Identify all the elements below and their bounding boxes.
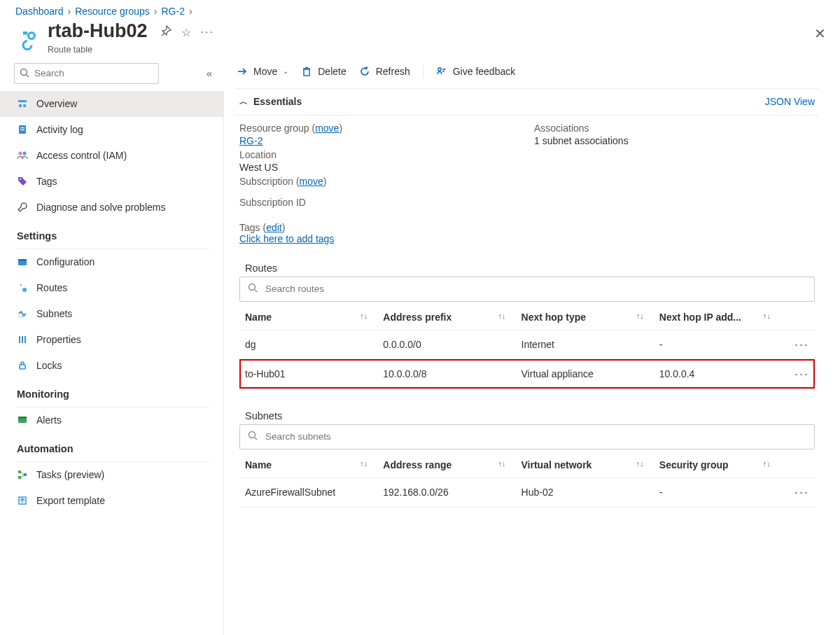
row-more-icon[interactable]: ··· bbox=[780, 359, 815, 389]
refresh-icon bbox=[359, 66, 370, 77]
svg-point-6 bbox=[23, 104, 26, 107]
svg-line-38 bbox=[255, 438, 257, 440]
sidebar-item-label: Properties bbox=[36, 334, 81, 345]
svg-rect-24 bbox=[18, 476, 21, 479]
props-icon bbox=[17, 334, 28, 345]
refresh-button[interactable]: Refresh bbox=[359, 66, 410, 77]
sidebar-item-properties[interactable]: Properties bbox=[0, 327, 223, 353]
svg-point-12 bbox=[20, 179, 21, 180]
sort-icon[interactable]: ↑↓ bbox=[498, 312, 506, 320]
subnets-section-title: Subnets bbox=[235, 410, 819, 421]
sidebar-item-label: Tags bbox=[36, 176, 57, 187]
svg-text:<·>: <·> bbox=[18, 314, 23, 319]
column-header[interactable]: Security group↑↓ bbox=[654, 452, 780, 478]
page-title: rtab-Hub02 bbox=[48, 21, 148, 42]
chevron-down-icon: ⌄ bbox=[283, 67, 288, 75]
resource-group-label: Resource group ( bbox=[239, 123, 315, 134]
resource-group-move-link[interactable]: move bbox=[315, 123, 339, 134]
sidebar-item-activity-log[interactable]: Activity log bbox=[0, 117, 223, 143]
breadcrumb-link[interactable]: Resource groups bbox=[75, 6, 150, 17]
feedback-icon bbox=[436, 66, 447, 77]
svg-rect-20 bbox=[20, 365, 25, 369]
sidebar-item-label: Tasks (preview) bbox=[36, 469, 104, 480]
table-row[interactable]: dg0.0.0.0/0Internet- ··· bbox=[239, 330, 815, 359]
sidebar-item-label: Activity log bbox=[36, 124, 83, 135]
sidebar-item-configuration[interactable]: Configuration bbox=[0, 249, 223, 275]
feedback-button[interactable]: Give feedback bbox=[436, 66, 516, 77]
sidebar-item-export-template[interactable]: Export template bbox=[0, 488, 223, 514]
svg-rect-23 bbox=[18, 470, 21, 473]
table-row[interactable]: to-Hub0110.0.0.0/8Virtual appliance10.0.… bbox=[239, 359, 815, 389]
sort-icon[interactable]: ↑↓ bbox=[763, 312, 771, 320]
column-header[interactable]: Next hop type↑↓ bbox=[516, 305, 654, 330]
subnets-icon: <·> bbox=[17, 308, 28, 319]
sidebar-group-settings: Settings bbox=[0, 221, 223, 246]
svg-point-37 bbox=[249, 432, 255, 438]
sidebar-item-tasks-preview-[interactable]: Tasks (preview) bbox=[0, 462, 223, 488]
log-icon bbox=[17, 124, 28, 135]
sidebar-item-access-control-iam-[interactable]: Access control (IAM) bbox=[0, 143, 223, 169]
sort-icon[interactable]: ↑↓ bbox=[498, 459, 506, 468]
sort-icon[interactable]: ↑↓ bbox=[763, 459, 771, 468]
collapse-icon[interactable]: « bbox=[202, 67, 217, 79]
column-header[interactable]: Address range↑↓ bbox=[377, 452, 515, 478]
tags-label: Tags ( bbox=[239, 222, 266, 233]
routes-section-title: Routes bbox=[235, 263, 819, 274]
breadcrumb-link[interactable]: RG-2 bbox=[161, 6, 184, 17]
svg-rect-14 bbox=[18, 259, 27, 261]
routes-search-input[interactable] bbox=[264, 283, 807, 295]
sidebar-group-automation: Automation bbox=[0, 433, 223, 459]
column-header[interactable]: Name↑↓ bbox=[239, 452, 377, 478]
sidebar-item-tags[interactable]: Tags bbox=[0, 169, 223, 195]
essentials-toggle[interactable]: ︿ Essentials bbox=[239, 96, 302, 108]
subnets-search-input[interactable] bbox=[264, 431, 807, 442]
more-icon[interactable]: ··· bbox=[201, 26, 214, 39]
svg-point-10 bbox=[19, 152, 22, 155]
delete-button[interactable]: Delete bbox=[301, 66, 346, 77]
star-icon[interactable]: ☆ bbox=[181, 26, 191, 39]
svg-point-34 bbox=[438, 67, 441, 70]
location-value: West US bbox=[239, 162, 520, 173]
column-header[interactable]: Virtual network↑↓ bbox=[516, 452, 654, 478]
lock-icon bbox=[17, 360, 28, 371]
tags-edit-link[interactable]: edit bbox=[266, 222, 282, 233]
column-header[interactable]: Name↑↓ bbox=[239, 305, 377, 330]
row-more-icon[interactable]: ··· bbox=[780, 330, 815, 359]
resource-group-link[interactable]: RG-2 bbox=[239, 135, 262, 146]
add-tags-link[interactable]: Click here to add tags bbox=[239, 233, 334, 244]
tasks-icon bbox=[17, 469, 28, 480]
sidebar-item-label: Overview bbox=[36, 98, 77, 109]
svg-point-15 bbox=[22, 288, 27, 292]
sidebar-item-diagnose-and-solve-problems[interactable]: Diagnose and solve problems bbox=[0, 195, 223, 221]
subscription-move-link[interactable]: move bbox=[300, 176, 323, 187]
location-label: Location bbox=[239, 149, 520, 160]
sort-icon[interactable]: ↑↓ bbox=[636, 312, 644, 320]
close-icon[interactable]: ✕ bbox=[814, 25, 826, 42]
associations-value: 1 subnet associations bbox=[534, 135, 815, 146]
sidebar-search-input[interactable] bbox=[14, 63, 159, 84]
json-view-link[interactable]: JSON View bbox=[765, 96, 815, 107]
svg-rect-17 bbox=[19, 336, 20, 343]
sidebar-item-routes[interactable]: Routes bbox=[0, 275, 223, 301]
svg-line-36 bbox=[255, 290, 257, 292]
move-button[interactable]: Move ⌄ bbox=[237, 66, 288, 77]
search-icon bbox=[247, 282, 258, 295]
column-header[interactable]: Address prefix↑↓ bbox=[377, 305, 515, 330]
associations-label: Associations bbox=[534, 123, 815, 134]
sidebar-item-label: Routes bbox=[36, 282, 67, 293]
arrow-right-icon bbox=[237, 66, 248, 77]
sort-icon[interactable]: ↑↓ bbox=[360, 459, 368, 468]
row-more-icon[interactable]: ··· bbox=[780, 477, 815, 507]
sidebar-item-alerts[interactable]: Alerts bbox=[0, 407, 223, 433]
svg-point-11 bbox=[23, 152, 27, 155]
sidebar-item-locks[interactable]: Locks bbox=[0, 353, 223, 379]
sort-icon[interactable]: ↑↓ bbox=[636, 459, 644, 468]
chevron-up-icon: ︿ bbox=[239, 96, 248, 108]
table-row[interactable]: AzureFirewallSubnet192.168.0.0/26Hub-02-… bbox=[239, 477, 815, 507]
sidebar-item-overview[interactable]: Overview bbox=[0, 91, 223, 117]
breadcrumb-link[interactable]: Dashboard bbox=[15, 6, 64, 17]
column-header[interactable]: Next hop IP add...↑↓ bbox=[654, 305, 780, 330]
sort-icon[interactable]: ↑↓ bbox=[360, 312, 368, 320]
sidebar-item-subnets[interactable]: <·> Subnets bbox=[0, 301, 223, 327]
pin-icon[interactable] bbox=[160, 25, 172, 39]
